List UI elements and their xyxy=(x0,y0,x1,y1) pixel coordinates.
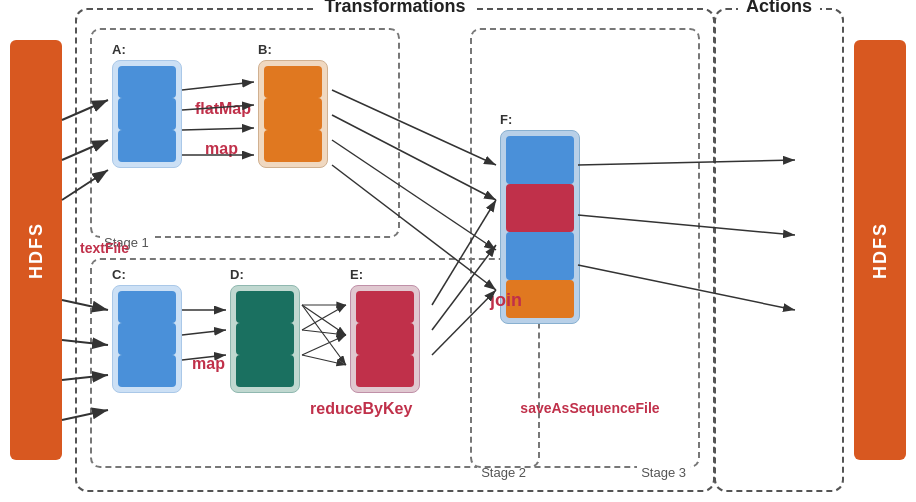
rdd-e-group xyxy=(350,285,420,393)
rdd-d-block1 xyxy=(236,291,294,323)
rdd-d-block3 xyxy=(236,355,294,387)
rdd-e-block2 xyxy=(356,323,414,355)
rdd-a-group xyxy=(112,60,182,168)
reducebykey-label: reduceByKey xyxy=(310,400,412,418)
rdd-a-block1 xyxy=(118,66,176,98)
rdd-e-container: E: xyxy=(350,285,420,393)
rdd-b-label: B: xyxy=(258,42,272,57)
rdd-b-group xyxy=(258,60,328,168)
rdd-e-block3 xyxy=(356,355,414,387)
rdd-d-label: D: xyxy=(230,267,244,282)
actions-box: Actions xyxy=(714,8,844,492)
map-stage2-label: map xyxy=(192,355,225,373)
textfile-label: textFile xyxy=(80,240,129,256)
rdd-d-block2 xyxy=(236,323,294,355)
rdd-b-block3 xyxy=(264,130,322,162)
rdd-a-block3 xyxy=(118,130,176,162)
saveas-label: saveAsSequenceFile xyxy=(490,400,690,416)
rdd-b-container: B: xyxy=(258,60,328,168)
flatmap-label: flatMap xyxy=(195,100,251,118)
rdd-e-label: E: xyxy=(350,267,363,282)
rdd-b-block1 xyxy=(264,66,322,98)
rdd-c-block1 xyxy=(118,291,176,323)
rdd-c-group xyxy=(112,285,182,393)
rdd-f-block3 xyxy=(506,232,574,280)
rdd-d-container: D: xyxy=(230,285,300,393)
transformations-label: Transformations xyxy=(316,0,473,17)
hdfs-right: HDFS xyxy=(854,40,906,460)
rdd-a-label: A: xyxy=(112,42,126,57)
rdd-b-block2 xyxy=(264,98,322,130)
rdd-c-container: C: xyxy=(112,285,182,393)
rdd-e-block1 xyxy=(356,291,414,323)
stage3-label: Stage 3 xyxy=(637,465,690,480)
rdd-c-label: C: xyxy=(112,267,126,282)
rdd-f-block1 xyxy=(506,136,574,184)
hdfs-left: HDFS xyxy=(10,40,62,460)
rdd-c-block2 xyxy=(118,323,176,355)
rdd-c-block3 xyxy=(118,355,176,387)
rdd-f-block2 xyxy=(506,184,574,232)
rdd-d-group xyxy=(230,285,300,393)
join-label: join xyxy=(490,290,522,311)
diagram: HDFS HDFS Transformations Actions Stage … xyxy=(0,0,916,502)
map-stage1-label: map xyxy=(205,140,238,158)
rdd-a-container: A: xyxy=(112,60,182,168)
rdd-f-label: F: xyxy=(500,112,512,127)
rdd-a-block2 xyxy=(118,98,176,130)
actions-label: Actions xyxy=(738,0,820,17)
